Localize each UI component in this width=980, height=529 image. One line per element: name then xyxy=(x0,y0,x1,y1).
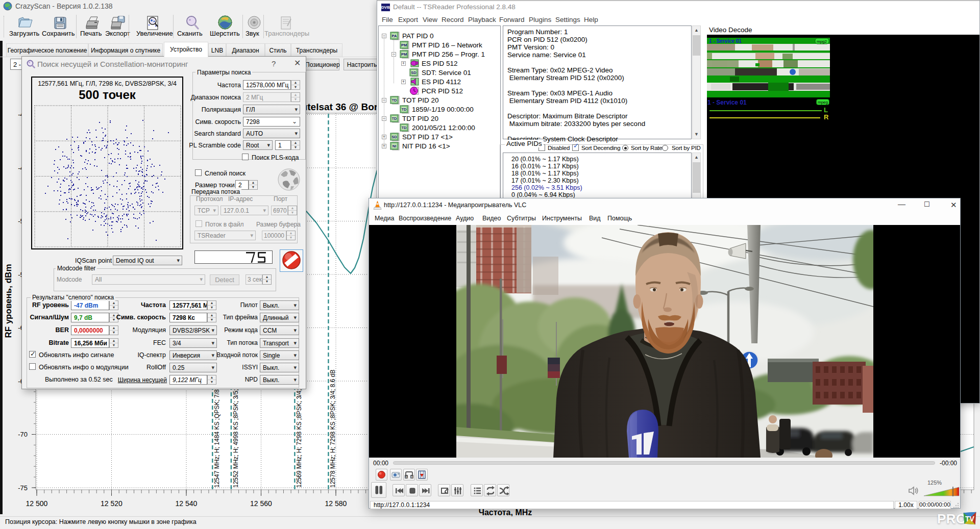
svg-text:12 580: 12 580 xyxy=(325,499,347,508)
svg-text:RF уровень, dBm: RF уровень, dBm xyxy=(4,264,13,338)
svg-text:Частота, MHz: Частота, MHz xyxy=(479,508,532,517)
svg-text:TD: TD xyxy=(392,116,398,121)
svg-text:TV: TV xyxy=(965,515,975,523)
svg-text:TD: TD xyxy=(392,98,398,103)
svg-text:mpg2: mpg2 xyxy=(817,39,827,44)
svg-text:TD: TD xyxy=(402,125,407,130)
svg-text:Eutelsat 36 @ Bor: Eutelsat 36 @ Bor xyxy=(295,102,378,112)
svg-text:PM: PM xyxy=(401,43,407,47)
svg-text:12578 MHz; H; 7298 KS ;8PSK; 3: 12578 MHz; H; 7298 KS ;8PSK; 3/4; 8.6 dB xyxy=(329,370,336,488)
svg-text:NI: NI xyxy=(393,144,397,148)
svg-text:A: A xyxy=(405,475,407,478)
svg-text:12 560: 12 560 xyxy=(250,499,272,508)
svg-text:SD: SD xyxy=(391,135,397,139)
svg-text:-75: -75 xyxy=(18,484,28,492)
svg-text:12 500: 12 500 xyxy=(26,499,48,508)
svg-text:12 540: 12 540 xyxy=(176,499,198,508)
svg-text:TD: TD xyxy=(402,107,407,112)
svg-text:SD: SD xyxy=(411,70,416,75)
svg-text:1 - Service 01: 1 - Service 01 xyxy=(709,38,742,44)
svg-text:12 520: 12 520 xyxy=(101,499,122,508)
svg-text:B: B xyxy=(411,475,413,478)
svg-text:PM: PM xyxy=(401,52,407,57)
svg-text:-70: -70 xyxy=(18,431,28,438)
svg-text:PA: PA xyxy=(392,34,397,38)
